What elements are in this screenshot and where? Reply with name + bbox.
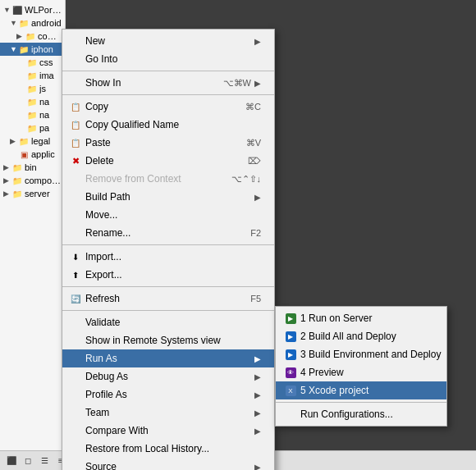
menu-item-show-remote[interactable]: Show in Remote Systems view: [62, 331, 274, 349]
submenu-item-run-on-server[interactable]: ▶ 1 Run on Server: [276, 309, 446, 327]
menu-item-rename[interactable]: Rename... F2: [62, 224, 274, 242]
tree-item-server[interactable]: ▶ 📁 server: [0, 187, 65, 200]
tree-item-na2[interactable]: 📁 na: [0, 108, 65, 121]
tree-item-bin[interactable]: ▶ 📁 bin: [0, 161, 65, 174]
submenu-arrow: ▶: [254, 354, 261, 363]
separator: [62, 286, 274, 287]
show-remote-icon: [69, 334, 82, 347]
menu-item-delete[interactable]: ✖ Delete ⌦: [62, 152, 274, 170]
new-icon: [69, 34, 82, 48]
menu-item-compare-with[interactable]: Compare With ▶: [62, 422, 274, 440]
menu-item-paste[interactable]: 📋 Paste ⌘V: [62, 134, 274, 152]
run-configs-icon: [284, 408, 297, 421]
run-on-server-icon: ▶: [284, 312, 297, 325]
folder-icon: 📁: [26, 122, 38, 134]
submenu-arrow: ▶: [254, 463, 261, 471]
rename-icon: [69, 226, 82, 240]
file-icon: ▣: [18, 148, 30, 160]
menu-item-profile-as[interactable]: Profile As ▶: [62, 386, 274, 404]
tree-item-legal[interactable]: ▶ 📁 legal: [0, 135, 65, 148]
build-path-icon: [69, 190, 82, 203]
folder-icon: 📁: [26, 96, 38, 107]
restore-history-icon: [69, 442, 82, 455]
show-in-icon: [69, 76, 82, 89]
menu-item-refresh[interactable]: 🔄 Refresh F5: [62, 290, 274, 308]
submenu-arrow: ▶: [254, 79, 261, 88]
folder-icon: 📁: [18, 43, 30, 55]
xcode-icon: X: [284, 384, 297, 397]
toolbar-btn-3[interactable]: ☰: [37, 454, 52, 468]
run-as-icon: [69, 352, 82, 365]
menu-item-remove-context[interactable]: Remove from Context ⌥⌃⇧↓: [62, 170, 274, 188]
submenu-arrow: ▶: [254, 37, 261, 46]
context-menu: New ▶ Go Into Show In ⌥⌘W ▶ 📋 Copy ⌘C 📋 …: [62, 29, 275, 470]
menu-item-debug-as[interactable]: Debug As ▶: [62, 367, 274, 386]
menu-item-go-into[interactable]: Go Into: [62, 50, 274, 68]
separator: [62, 71, 274, 71]
validate-icon: [69, 316, 82, 329]
tree-item-components[interactable]: ▶ 📁 components: [0, 174, 65, 187]
menu-item-build-path[interactable]: Build Path ▶: [62, 188, 274, 206]
submenu-arrow: ▶: [254, 408, 261, 418]
submenu-item-build-env[interactable]: ▶ 3 Build Environment and Deploy: [276, 345, 446, 363]
tree-item-na1[interactable]: 📁 na: [0, 95, 65, 108]
copy-icon: 📋: [69, 100, 82, 113]
submenu-item-run-configs[interactable]: Run Configurations...: [276, 405, 446, 423]
debug-as-icon: [69, 370, 82, 383]
folder-icon: 📁: [26, 109, 38, 121]
menu-item-team[interactable]: Team ▶: [62, 404, 274, 422]
menu-item-validate[interactable]: Validate: [62, 313, 274, 331]
compare-with-icon: [69, 424, 82, 437]
menu-item-new[interactable]: New ▶: [62, 32, 274, 50]
submenu-item-build-all[interactable]: ▶ 2 Build All and Deploy: [276, 327, 446, 345]
menu-item-move[interactable]: Move...: [62, 206, 274, 224]
menu-item-run-as[interactable]: Run As ▶: [62, 349, 274, 367]
menu-item-import[interactable]: ⬇ Import...: [62, 248, 274, 266]
separator: [62, 244, 274, 245]
separator: [62, 310, 274, 311]
folder-icon: 📁: [26, 83, 38, 94]
tree-item-android[interactable]: ▼ 📁 android: [0, 16, 65, 30]
toolbar-btn-1[interactable]: ⬛: [4, 454, 19, 468]
move-icon: [69, 208, 82, 221]
submenu-arrow: ▶: [254, 390, 261, 399]
tree-item-js[interactable]: 📁 js: [0, 82, 65, 95]
run-as-submenu: ▶ 1 Run on Server ▶ 2 Build All and Depl…: [275, 306, 447, 427]
menu-item-source[interactable]: Source ▶: [62, 458, 274, 470]
separator: [62, 94, 274, 95]
build-all-icon: ▶: [284, 330, 297, 343]
tree-item-css[interactable]: 📁 css: [0, 56, 65, 69]
copy-qualified-icon: 📋: [69, 118, 82, 131]
menu-item-copy-qualified[interactable]: 📋 Copy Qualified Name: [62, 116, 274, 134]
team-icon: [69, 406, 82, 419]
folder-icon: 📁: [18, 17, 30, 29]
import-icon: ⬇: [69, 250, 82, 263]
menu-item-copy[interactable]: 📋 Copy ⌘C: [62, 98, 274, 116]
project-icon: ⬛: [11, 4, 23, 16]
folder-icon: 📁: [26, 57, 38, 68]
go-into-icon: [69, 52, 82, 66]
separator: [276, 402, 446, 403]
tree-item-ima[interactable]: 📁 ima: [0, 69, 65, 82]
preview-icon: 👁: [284, 366, 297, 379]
submenu-item-xcode[interactable]: X 5 Xcode project: [276, 381, 446, 399]
menu-item-export[interactable]: ⬆ Export...: [62, 266, 274, 284]
refresh-icon: 🔄: [69, 292, 82, 305]
folder-icon: 📁: [11, 175, 23, 186]
tree-item-pa[interactable]: 📁 pa: [0, 121, 65, 135]
menu-item-restore-history[interactable]: Restore from Local History...: [62, 440, 274, 458]
submenu-arrow: ▶: [254, 427, 261, 436]
toolbar-btn-2[interactable]: ◻: [21, 454, 35, 468]
tree-item-wlportalapp[interactable]: ▼ ⬛ WLPortalApp: [0, 3, 65, 16]
tree-item-common[interactable]: ▶ 📁 common: [0, 30, 65, 43]
folder-icon: 📁: [11, 162, 23, 173]
tree-item-iphone[interactable]: ▼ 📁 iphon: [0, 43, 65, 56]
submenu-arrow: ▶: [254, 372, 261, 381]
menu-item-show-in[interactable]: Show In ⌥⌘W ▶: [62, 74, 274, 92]
export-icon: ⬆: [69, 268, 82, 281]
folder-icon: 📁: [26, 70, 38, 81]
delete-icon: ✖: [69, 154, 82, 167]
remove-context-icon: [69, 172, 82, 185]
submenu-item-preview[interactable]: 👁 4 Preview: [276, 363, 446, 381]
tree-item-applic[interactable]: ▣ applic: [0, 148, 65, 161]
